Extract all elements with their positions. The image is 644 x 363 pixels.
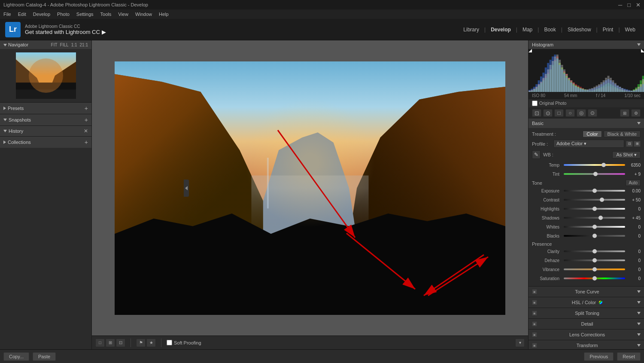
snapshots-header[interactable]: Snapshots + <box>0 114 91 125</box>
collections-header[interactable]: Collections + <box>0 137 91 148</box>
color-button[interactable]: Color <box>583 131 601 137</box>
reset-button[interactable]: Reset <box>617 352 641 361</box>
arrow-icon[interactable]: ▶ <box>102 29 106 35</box>
filmstrip-toggle-button[interactable]: ▾ <box>515 339 525 347</box>
presets-header[interactable]: Presets + <box>0 103 91 114</box>
tint-track[interactable] <box>564 173 625 175</box>
menu-edit[interactable]: Edit <box>18 12 26 17</box>
menu-photo[interactable]: Photo <box>57 12 70 17</box>
temp-track[interactable] <box>564 164 625 166</box>
menu-settings[interactable]: Settings <box>76 12 94 17</box>
tint-thumb[interactable] <box>593 172 598 176</box>
auto-button[interactable]: Auto <box>626 180 641 186</box>
blacks-thumb[interactable] <box>592 234 597 238</box>
spot-removal-button[interactable]: ⊙ <box>543 109 553 117</box>
menu-view[interactable]: View <box>118 12 128 17</box>
settings-button[interactable]: ⚙ <box>631 109 641 117</box>
whites-thumb[interactable] <box>592 225 597 229</box>
temp-value[interactable]: 6350 <box>627 163 641 168</box>
dehaze-track[interactable] <box>564 259 625 261</box>
basic-header[interactable]: Basic <box>529 119 644 128</box>
saturation-track[interactable] <box>564 278 625 279</box>
paste-button[interactable]: Paste <box>33 352 56 361</box>
detail-toggle[interactable]: ■ <box>532 321 537 326</box>
grid-view-button[interactable]: ⊡ <box>116 339 125 347</box>
presets-add-button[interactable]: + <box>85 105 88 112</box>
lens-corrections-header[interactable]: ■ Lens Corrections <box>529 329 644 340</box>
temp-thumb[interactable] <box>601 163 606 167</box>
exposure-value[interactable]: 0.00 <box>627 189 641 193</box>
contrast-value[interactable]: + 50 <box>627 198 641 202</box>
copy-button[interactable]: Copy... <box>3 352 29 361</box>
contrast-track[interactable] <box>564 199 625 201</box>
exposure-track[interactable] <box>564 190 625 192</box>
menu-develop[interactable]: Develop <box>33 12 50 17</box>
rating-button[interactable]: ★ <box>146 339 156 347</box>
tint-value[interactable]: + 9 <box>627 172 641 177</box>
tone-curve-toggle[interactable]: ■ <box>532 289 537 294</box>
maximize-button[interactable]: □ <box>627 2 631 8</box>
shadows-track[interactable] <box>564 217 625 219</box>
shadows-thumb[interactable] <box>598 216 603 220</box>
history-header[interactable]: History ✕ <box>0 126 91 136</box>
profile-icon-1[interactable]: ⊡ <box>626 141 633 147</box>
hsl-toggle[interactable]: ■ <box>532 300 537 305</box>
lens-toggle[interactable]: ■ <box>532 332 537 337</box>
nav-ratio[interactable]: 21:1 <box>80 43 88 47</box>
snapshots-add-button[interactable]: + <box>85 116 88 123</box>
module-develop[interactable]: Develop <box>487 25 514 34</box>
menu-tools[interactable]: Tools <box>100 12 112 17</box>
clarity-thumb[interactable] <box>592 249 597 253</box>
close-button[interactable]: ✕ <box>636 2 641 8</box>
highlights-track[interactable] <box>564 208 625 210</box>
crop-tool-button[interactable]: ⊡ <box>532 109 541 117</box>
wb-preset-select[interactable]: As Shot ▾ <box>612 151 641 159</box>
exposure-thumb[interactable] <box>592 189 597 193</box>
compare-view-button[interactable]: ⊞ <box>106 339 115 347</box>
collections-add-button[interactable]: + <box>85 139 88 146</box>
original-photo-checkbox[interactable] <box>532 101 538 106</box>
dehaze-value[interactable]: 0 <box>627 258 641 263</box>
window-controls[interactable]: ─ □ ✕ <box>618 2 641 8</box>
blacks-value[interactable]: 0 <box>627 234 641 238</box>
vibrance-track[interactable] <box>564 268 625 270</box>
menu-file[interactable]: File <box>3 12 11 17</box>
module-web[interactable]: Web <box>622 25 639 34</box>
menu-help[interactable]: Help <box>159 12 169 17</box>
previous-button[interactable]: Previous <box>584 352 614 361</box>
highlights-thumb[interactable] <box>592 207 597 211</box>
minimize-button[interactable]: ─ <box>618 2 622 8</box>
shadows-value[interactable]: + 45 <box>627 216 641 220</box>
module-map[interactable]: Map <box>519 25 536 34</box>
wb-eyedropper-button[interactable]: ✎ <box>532 150 541 159</box>
soft-proofing-toggle[interactable]: Soft Proofing <box>167 340 201 345</box>
vibrance-thumb[interactable] <box>592 267 597 271</box>
collapse-left-panel-button[interactable] <box>184 180 189 197</box>
bw-button[interactable]: Black & White <box>604 131 641 137</box>
module-slideshow[interactable]: Slideshow <box>564 25 595 34</box>
detail-header[interactable]: ■ Detail <box>529 319 644 329</box>
split-toning-toggle[interactable]: ■ <box>532 311 537 316</box>
nav-1to1[interactable]: 1:1 <box>71 43 77 47</box>
soft-proofing-checkbox[interactable] <box>167 340 172 345</box>
clarity-value[interactable]: 0 <box>627 249 641 254</box>
navigator-header[interactable]: Navigator FIT FILL 1:1 21:1 <box>0 40 91 49</box>
histogram-header[interactable]: Histogram <box>529 40 644 49</box>
blacks-track[interactable] <box>564 235 625 237</box>
flag-button[interactable]: ⚑ <box>136 339 146 347</box>
profile-icon-2[interactable]: ⊞ <box>634 141 641 147</box>
nav-fill[interactable]: FILL <box>60 43 69 47</box>
redeye-button[interactable]: □ <box>554 109 564 117</box>
whites-track[interactable] <box>564 226 625 228</box>
vibrance-value[interactable]: 0 <box>627 267 641 272</box>
gradient-filter-button[interactable]: ○ <box>565 109 575 117</box>
history-clear-button[interactable]: ✕ <box>84 128 88 134</box>
saturation-value[interactable]: 0 <box>627 276 641 281</box>
tone-curve-header[interactable]: ■ Tone Curve <box>529 287 644 297</box>
module-book[interactable]: Book <box>541 25 559 34</box>
profile-select[interactable]: Adobe Color ▾ <box>553 140 624 148</box>
transform-toggle[interactable]: ■ <box>532 343 537 348</box>
adjustment-brush-button[interactable]: ⊙ <box>588 109 597 117</box>
module-library[interactable]: Library <box>460 25 483 34</box>
dehaze-thumb[interactable] <box>592 258 597 262</box>
